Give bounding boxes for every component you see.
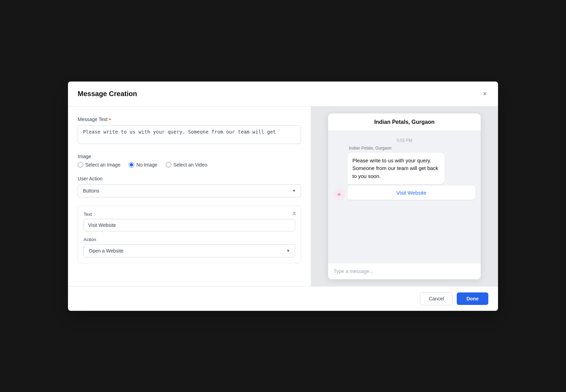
chat-body: 5:53 PM Indian Petals, Gurgaon IP: [328, 131, 481, 263]
form-panel: Message Text • Image Select an Image: [68, 106, 311, 286]
radio-input-select-video[interactable]: [166, 162, 171, 168]
message-creation-modal: Message Creation × Message Text •: [68, 82, 498, 311]
message-text-group: Message Text •: [78, 116, 301, 145]
chat-input-area: Type a message...: [328, 263, 481, 279]
image-radio-group: Select an Image No Image Select an Video: [78, 162, 301, 168]
chat-bubble: Please write to us with your query. Some…: [348, 153, 445, 185]
card-close-button[interactable]: ✕: [292, 210, 297, 217]
radio-label-select-video: Select an Video: [173, 162, 207, 168]
radio-label-select-image: Select an Image: [85, 162, 120, 168]
button-action-row: Action: [84, 237, 295, 242]
message-text-label: Message Text •: [78, 116, 301, 122]
radio-input-select-image[interactable]: [78, 162, 83, 168]
chat-preview: Indian Petals, Gurgaon 5:53 PM Indian Pe…: [328, 113, 481, 279]
user-action-select-wrapper: Buttons Quick Replies None ▼: [78, 184, 301, 197]
chat-avatar: IP: [334, 189, 345, 200]
user-action-label: User Action: [78, 176, 301, 181]
user-action-group: User Action Buttons Quick Replies None ▼: [78, 176, 301, 197]
button-action-select[interactable]: Open a Website Make a Call Send Location: [84, 244, 295, 257]
button-action-select-wrapper: Open a Website Make a Call Send Location…: [84, 244, 295, 257]
radio-select-image[interactable]: Select an Image: [78, 162, 120, 168]
button-text-row: Text 7: [84, 212, 295, 217]
radio-select-video[interactable]: Select an Video: [166, 162, 207, 168]
svg-text:IP: IP: [338, 193, 341, 196]
chat-timestamp: 5:53 PM: [334, 138, 475, 143]
button-action-label: Action: [84, 237, 96, 242]
chat-sender-name: Indian Petals, Gurgaon: [349, 146, 475, 151]
preview-panel: Indian Petals, Gurgaon 5:53 PM Indian Pe…: [311, 106, 498, 286]
radio-label-no-image: No Image: [136, 162, 157, 168]
close-icon: ×: [483, 90, 487, 98]
modal-backdrop: Message Creation × Message Text •: [0, 0, 566, 392]
user-action-select[interactable]: Buttons Quick Replies None: [78, 184, 301, 197]
modal-header: Message Creation ×: [68, 82, 498, 106]
chat-header: Indian Petals, Gurgaon: [328, 113, 481, 131]
image-label: Image: [78, 154, 301, 159]
close-button[interactable]: ×: [481, 88, 488, 99]
modal-footer: Cancel Done: [68, 286, 498, 311]
radio-no-image[interactable]: No Image: [129, 162, 157, 168]
chat-message-row: IP Please write to us with your query. S…: [334, 153, 475, 200]
chat-input-placeholder: Type a message...: [334, 269, 373, 274]
chat-bubble-wrapper: Please write to us with your query. Some…: [348, 153, 475, 200]
message-text-input[interactable]: [78, 125, 301, 144]
image-group: Image Select an Image No Image Select: [78, 154, 301, 168]
done-button[interactable]: Done: [457, 292, 488, 305]
modal-title: Message Creation: [78, 90, 137, 98]
button-card: ✕ Text 7 Action Open a Website Ma: [78, 206, 301, 263]
chat-header-title: Indian Petals, Gurgaon: [374, 119, 435, 125]
modal-body: Message Text • Image Select an Image: [68, 106, 498, 286]
chat-action-button[interactable]: Visit Website: [348, 186, 475, 200]
cancel-button[interactable]: Cancel: [420, 292, 453, 305]
button-text-label: Text: [84, 212, 92, 217]
radio-input-no-image[interactable]: [129, 162, 134, 168]
avatar-image: IP: [334, 189, 344, 199]
button-text-input[interactable]: [84, 219, 295, 231]
required-indicator: •: [109, 116, 111, 122]
